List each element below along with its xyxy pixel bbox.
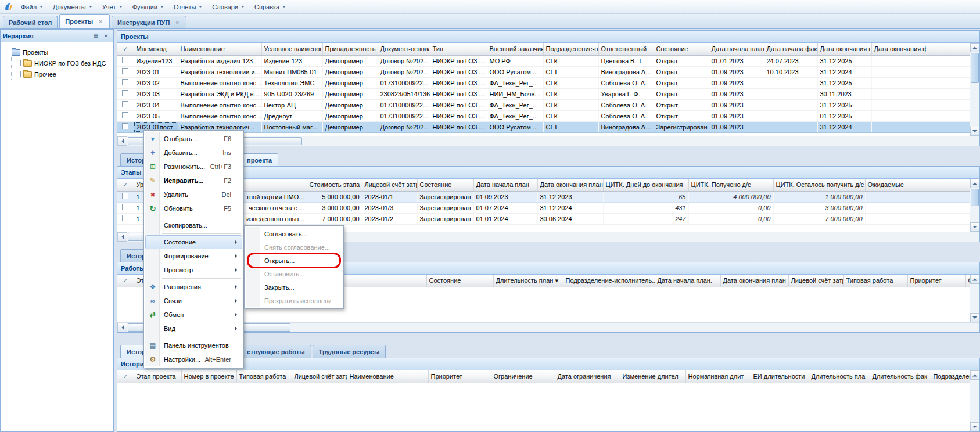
column-header[interactable]: Подразделение-исполнитель.. (563, 275, 655, 287)
context-menu-item[interactable]: Панель инструментов (145, 339, 242, 352)
row-checkbox[interactable] (122, 193, 128, 199)
vertical-scrollbar[interactable] (970, 43, 979, 136)
column-header[interactable]: Мнемокод (134, 43, 178, 55)
scroll-down-icon[interactable] (970, 313, 979, 322)
context-menu-item[interactable]: Обновить F5 (145, 201, 242, 215)
column-header[interactable]: ЕИ длительности (751, 370, 809, 383)
collapse-expander-icon[interactable] (3, 49, 9, 55)
menubar-item[interactable]: Документы (48, 1, 98, 13)
section-tab[interactable]: проекта (240, 153, 278, 166)
context-menu-item[interactable]: Отобрать... F6 (145, 132, 242, 146)
scrollbar-track[interactable] (970, 284, 979, 313)
row-checkbox[interactable] (122, 101, 128, 107)
column-header[interactable]: Дата окончания пл (817, 43, 871, 55)
row-checkbox[interactable] (122, 112, 128, 118)
select-all-header[interactable] (117, 370, 134, 383)
grid-row[interactable]: Изделие123Разработка изделия 123Изделие-… (117, 55, 970, 66)
vertical-scrollbar[interactable] (970, 179, 979, 232)
column-header[interactable]: Дата ограничения (555, 370, 620, 383)
scrollbar-track[interactable] (970, 84, 979, 127)
column-header[interactable]: Ограничен (965, 275, 970, 287)
select-all-header[interactable] (117, 179, 134, 191)
grid-row[interactable]: 2023-02Выполнение опытно-конс...Технолог… (117, 77, 970, 88)
column-header[interactable]: Дата окончания план (537, 179, 603, 191)
column-header[interactable]: Тип (430, 43, 487, 55)
context-menu-item[interactable]: Размножить... Ctrl+F3 (145, 160, 242, 174)
vertical-scrollbar[interactable] (970, 275, 979, 322)
submenu-item[interactable]: Открыть... (246, 254, 342, 267)
scrollbar-thumb[interactable] (971, 189, 979, 206)
scrollbar-track[interactable] (291, 323, 979, 332)
column-header[interactable]: Ожидаемые (865, 179, 970, 191)
row-checkbox[interactable] (122, 57, 128, 63)
column-header[interactable]: Приоритет (907, 275, 965, 287)
scroll-down-icon[interactable] (970, 127, 979, 136)
scroll-down-icon[interactable] (970, 422, 979, 431)
menubar-item[interactable]: Учёт (98, 1, 128, 13)
horizontal-scrollbar[interactable] (117, 136, 979, 146)
submenu-item[interactable]: Согласовать... (246, 227, 342, 240)
column-header[interactable]: Номер в проекте (181, 370, 236, 383)
scroll-up-icon[interactable] (970, 179, 979, 188)
column-header[interactable]: Дата окончания ф (871, 43, 927, 55)
submenu-item[interactable]: Остановить... (246, 267, 342, 280)
column-header[interactable]: Внешний заказчик (487, 43, 543, 55)
row-checkbox[interactable] (122, 90, 128, 96)
menubar-item[interactable]: Функции (128, 1, 169, 13)
tree-item[interactable]: НИОКР по ГОЗ без НДС (12, 57, 111, 69)
context-menu-item[interactable]: Расширения (145, 280, 242, 294)
column-header[interactable]: Ограничение (491, 370, 555, 383)
select-all-header[interactable] (117, 275, 134, 287)
column-header[interactable]: Состояние (426, 275, 493, 287)
column-header[interactable]: Принадлежность (322, 43, 378, 55)
menubar-item[interactable]: Отчёты (169, 1, 207, 13)
column-header[interactable]: Состояние (417, 179, 473, 191)
document-tab[interactable]: Рабочий стол (3, 16, 58, 28)
scroll-up-icon[interactable] (970, 275, 979, 284)
scroll-up-icon[interactable] (970, 370, 979, 380)
scrollbar-track[interactable] (303, 136, 979, 146)
scrollbar-track[interactable] (970, 380, 979, 422)
tree-item-checkbox[interactable] (15, 60, 21, 66)
column-header[interactable]: ЦИТК. Дней до окончания (603, 179, 688, 191)
column-header[interactable]: Стоимость этапа (307, 179, 362, 191)
context-menu-item[interactable]: Добавить... Ins (145, 146, 242, 160)
column-header[interactable]: Наименование (347, 370, 428, 383)
context-menu-item[interactable]: Настройки... Alt+Enter (145, 352, 242, 366)
column-header[interactable]: ЦИТК. Получено д/с (688, 179, 773, 191)
submenu-item[interactable]: Прекратить исполнение... (246, 294, 342, 307)
scroll-left-icon[interactable] (117, 323, 127, 332)
section-tab[interactable]: ствующие работы (240, 345, 311, 358)
scrollbar-track[interactable] (970, 207, 979, 222)
column-header[interactable]: Документ-основан (378, 43, 430, 55)
submenu-item[interactable]: Снять согласование... (246, 240, 342, 254)
document-tab[interactable]: Проекты (59, 14, 110, 28)
column-header[interactable]: Состояние (654, 43, 709, 55)
grid-row[interactable]: 2023-01Разработка технологии и...Магнит … (117, 66, 970, 77)
context-menu-item[interactable]: Просмотр (145, 263, 242, 277)
row-checkbox[interactable] (122, 79, 128, 85)
column-header[interactable]: Наименование (178, 43, 261, 55)
column-header[interactable]: Дата начала план. (709, 43, 764, 55)
tab-close-icon[interactable] (97, 18, 104, 25)
scroll-up-icon[interactable] (970, 43, 979, 52)
column-header[interactable]: Лицевой счёт затрат (362, 179, 417, 191)
row-checkbox[interactable] (122, 68, 128, 74)
grid-row[interactable]: 1ческого отчета с ...3 000 000,002023-01… (117, 202, 970, 213)
column-header[interactable]: Условное наименова (261, 43, 322, 55)
menubar-item[interactable]: Словари (207, 1, 250, 13)
tree-item-checkbox[interactable] (15, 71, 21, 77)
panel-options-icon[interactable] (91, 31, 100, 41)
column-header[interactable]: Подразделение-от (543, 43, 598, 55)
context-menu-item[interactable]: Скопировать... (145, 218, 242, 232)
context-menu-item[interactable]: Состояние (145, 235, 242, 249)
column-header[interactable]: ЦИТК. Осталось получить д/с (773, 179, 865, 191)
submenu-item[interactable]: Закрыть... (246, 280, 342, 294)
row-checkbox[interactable] (122, 215, 128, 221)
grid-row[interactable]: 2023-05Выполнение опытно-конс...Дредноут… (117, 110, 970, 121)
column-header[interactable]: Изменение длител (620, 370, 685, 383)
tree-item[interactable]: Прочее (12, 69, 111, 80)
column-header[interactable]: Длительность фак (870, 370, 931, 383)
context-menu-item[interactable]: Вид (145, 322, 242, 336)
vertical-scrollbar[interactable] (970, 370, 979, 431)
